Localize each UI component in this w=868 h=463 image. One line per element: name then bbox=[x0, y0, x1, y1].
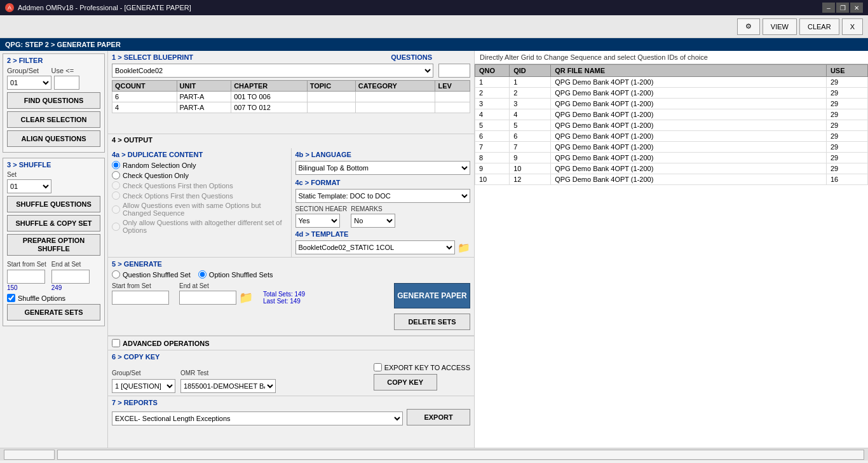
copy-omr-label: OMR Test bbox=[180, 370, 276, 377]
template-folder-icon[interactable]: 📁 bbox=[458, 242, 470, 254]
app-title: Addmen OMRv18 - Professional - [GENERATE… bbox=[18, 4, 191, 11]
title-bar: A Addmen OMRv18 - Professional - [GENERA… bbox=[0, 0, 868, 15]
col-use: USE bbox=[826, 65, 867, 77]
export-button[interactable]: EXPORT bbox=[407, 409, 470, 425]
gen-end-label: End at Set bbox=[179, 282, 253, 289]
delete-sets-button[interactable]: DELETE SETS bbox=[394, 314, 470, 330]
shuffle-copy-set-button[interactable]: SHUFFLE & COPY SET bbox=[7, 215, 100, 232]
allow-same-label: Allow Questions even with same Options b… bbox=[123, 202, 287, 217]
dup-header: 4a > DUPLICATE CONTENT bbox=[112, 151, 287, 158]
maximize-button[interactable]: ❐ bbox=[836, 3, 849, 13]
shuffle-start-input[interactable] bbox=[7, 270, 45, 284]
option-shuffled-label: Option Shuffled Sets bbox=[209, 271, 273, 279]
col-qno: QNO bbox=[475, 65, 510, 77]
question-shuffled-radio[interactable] bbox=[112, 270, 120, 279]
copy-omr-select[interactable]: 1855001-DEMOSHEET BA bbox=[180, 379, 276, 393]
filter-header: 2 > FILTER bbox=[7, 57, 100, 64]
check-opt-first-radio[interactable] bbox=[112, 191, 120, 200]
settings-button[interactable]: ⚙ bbox=[737, 18, 760, 35]
find-questions-button[interactable]: FIND QUESTIONS bbox=[7, 92, 100, 109]
table-row: 22QPG Demo Bank 4OPT (1-200)29 bbox=[475, 88, 868, 99]
view-button[interactable]: VIEW bbox=[763, 18, 797, 35]
advanced-ops-label: ADVANCED OPERATIONS bbox=[123, 340, 210, 347]
right-panel: Directly Alter Grid to Change Sequence a… bbox=[474, 51, 868, 448]
gen-end-input[interactable]: 120 bbox=[179, 291, 236, 305]
filter-group-select[interactable]: 01 bbox=[7, 76, 51, 90]
status-seg2 bbox=[57, 450, 864, 460]
gen-folder-icon[interactable]: 📁 bbox=[239, 291, 253, 305]
remarks-select[interactable]: No bbox=[351, 214, 395, 228]
table-row: 44QPG Demo Bank 4OPT (1-200)29 bbox=[475, 109, 868, 120]
remarks-label: REMARKS bbox=[351, 205, 395, 212]
prepare-option-shuffle-button[interactable]: PREPARE OPTION SHUFFLE bbox=[7, 234, 100, 256]
option-shuffled-radio[interactable] bbox=[198, 270, 207, 279]
col-qr-filename: QR FILE NAME bbox=[551, 65, 827, 77]
minimize-button[interactable]: – bbox=[822, 3, 835, 13]
table-row: 33QPG Demo Bank 4OPT (1-200)29 bbox=[475, 99, 868, 109]
table-row: 11QPG Demo Bank 4OPT (1-200)29 bbox=[475, 77, 868, 88]
total-sets-text: Total Sets: 149 bbox=[263, 291, 305, 298]
lang-format-section: 4b > LANGUAGE Bilingual Top & Bottom 4c … bbox=[292, 148, 475, 257]
col-category: CATEGORY bbox=[355, 81, 435, 92]
generate-paper-button[interactable]: GENERATE PAPER bbox=[394, 283, 470, 308]
section-header-select[interactable]: Yes bbox=[295, 214, 340, 228]
app-icon: A bbox=[5, 3, 14, 12]
col-qcount: QCOUNT bbox=[112, 81, 177, 92]
copy-group-select[interactable]: 1 [QUESTION] bbox=[112, 379, 175, 393]
shuffle-start-value: 150 bbox=[7, 284, 46, 291]
last-set-text: Last Set: 149 bbox=[263, 298, 305, 305]
right-table: QNO QID QR FILE NAME USE 11QPG Demo Bank… bbox=[475, 64, 868, 185]
template-select[interactable]: BookletCode02_STATIC 1COL bbox=[295, 240, 456, 254]
blueprint-grid: QCOUNT UNIT CHAPTER TOPIC CATEGORY LEV 6… bbox=[112, 80, 470, 131]
questions-input[interactable]: 10 bbox=[438, 64, 470, 78]
status-seg1 bbox=[4, 450, 55, 460]
shuffle-end-value: 249 bbox=[51, 284, 90, 291]
copy-key-header: 6 > COPY KEY bbox=[112, 353, 470, 361]
random-selection-radio[interactable] bbox=[112, 161, 120, 169]
filter-section: 2 > FILTER Group/Set Use <= 01 FIND QUES… bbox=[3, 53, 105, 153]
table-row: 77QPG Demo Bank 4OPT (1-200)29 bbox=[475, 142, 868, 153]
check-q-first-radio[interactable] bbox=[112, 181, 120, 190]
gen-start-input[interactable]: 101 bbox=[112, 291, 169, 305]
blueprint-section: 1 > SELECT BLUEPRINT QUESTIONS BookletCo… bbox=[108, 51, 474, 134]
blueprint-select[interactable]: BookletCode02 bbox=[112, 64, 433, 78]
blueprint-header: 1 > SELECT BLUEPRINT bbox=[112, 53, 193, 61]
left-panel: 2 > FILTER Group/Set Use <= 01 FIND QUES… bbox=[0, 51, 108, 448]
copy-key-button[interactable]: COPY KEY bbox=[374, 374, 437, 390]
table-row: 6PART-A001 TO 006 bbox=[112, 92, 470, 102]
check-q-first-label: Check Questions First then Options bbox=[123, 182, 233, 190]
close-window-button[interactable]: ✕ bbox=[850, 3, 863, 13]
clear-button[interactable]: CLEAR bbox=[799, 18, 839, 35]
right-info-text: Directly Alter Grid to Change Sequence a… bbox=[475, 51, 868, 64]
reports-select[interactable]: EXCEL- Sectional Length Exceptions bbox=[112, 411, 403, 425]
format-select[interactable]: Static Template: DOC to DOC bbox=[295, 189, 471, 203]
advanced-ops-checkbox[interactable] bbox=[112, 339, 120, 347]
align-questions-button[interactable]: ALIGN QUESTIONS bbox=[7, 130, 100, 147]
copy-key-section: 6 > COPY KEY Group/Set 1 [QUESTION] OMR … bbox=[108, 350, 474, 396]
check-question-radio[interactable] bbox=[112, 171, 120, 179]
shuffle-set-select[interactable]: 01 bbox=[7, 179, 51, 193]
export-key-label: EXPORT KEY TO ACCESS bbox=[384, 364, 470, 371]
status-bar bbox=[0, 448, 868, 460]
diff-options-radio[interactable] bbox=[112, 223, 120, 231]
generate-sets-button[interactable]: GENERATE SETS bbox=[7, 304, 100, 321]
start-set-label: Start from Set bbox=[7, 261, 46, 268]
shuffle-options-checkbox[interactable] bbox=[7, 294, 15, 302]
shuffle-header: 3 > SHUFFLE bbox=[7, 161, 100, 169]
shuffle-set-label: Set bbox=[7, 171, 100, 178]
col-qid: QID bbox=[510, 65, 551, 77]
question-shuffled-label: Question Shuffled Set bbox=[123, 271, 191, 279]
gear-icon: ⚙ bbox=[745, 22, 752, 31]
filter-use-input[interactable] bbox=[54, 76, 79, 90]
shuffle-end-input[interactable] bbox=[51, 270, 90, 284]
col-chapter: CHAPTER bbox=[231, 81, 308, 92]
lang-select[interactable]: Bilingual Top & Bottom bbox=[295, 161, 471, 175]
reports-header: 7 > REPORTS bbox=[112, 399, 470, 406]
window-controls: – ❐ ✕ bbox=[822, 3, 863, 13]
clear-selection-button[interactable]: CLEAR SELECTION bbox=[7, 111, 100, 128]
export-key-checkbox[interactable] bbox=[374, 363, 382, 371]
allow-same-radio[interactable] bbox=[112, 205, 120, 214]
toolbar-close-button[interactable]: X bbox=[842, 18, 863, 35]
right-grid-container: QNO QID QR FILE NAME USE 11QPG Demo Bank… bbox=[475, 64, 868, 448]
shuffle-questions-button[interactable]: SHUFFLE QUESTIONS bbox=[7, 196, 100, 212]
